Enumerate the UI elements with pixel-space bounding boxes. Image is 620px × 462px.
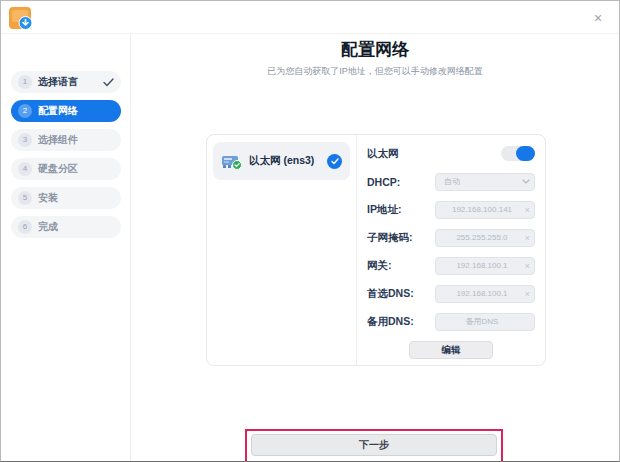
sidebar-item-configure-network[interactable]: 2 配置网络 <box>11 100 121 122</box>
step-number: 4 <box>18 162 32 176</box>
toggle-knob <box>516 146 535 161</box>
step-label: 选择语言 <box>38 75 78 89</box>
ip-address-label: IP地址: <box>367 203 401 217</box>
step-label: 安装 <box>38 191 58 205</box>
gateway-row: 网关: 192.168.100.1 × <box>367 256 535 275</box>
backup-dns-label: 备用DNS: <box>367 315 414 329</box>
titlebar: × <box>1 1 619 34</box>
edit-button[interactable]: 编辑 <box>409 341 493 359</box>
primary-dns-row: 首选DNS: 192.168.100.1 × <box>367 284 535 303</box>
ethernet-toggle[interactable] <box>501 146 535 161</box>
subnet-mask-label: 子网掩码: <box>367 231 413 245</box>
step-label: 完成 <box>38 220 58 234</box>
clear-icon[interactable]: × <box>525 289 530 299</box>
main-content: 配置网络 已为您自动获取了IP地址，但您可以手动修改网络配置 以太网 (ens3… <box>131 34 619 461</box>
network-config-panel: 以太网 (ens3) 以太网 DHCP: 自动 <box>206 134 546 366</box>
sidebar-item-select-language[interactable]: 1 选择语言 <box>11 71 121 93</box>
ethernet-toggle-row: 以太网 <box>367 144 535 163</box>
step-label: 配置网络 <box>38 104 78 118</box>
step-number: 2 <box>18 104 32 118</box>
backup-dns-input[interactable]: 备用DNS <box>435 313 535 331</box>
subnet-mask-input[interactable]: 255.255.255.0 <box>435 229 535 247</box>
step-label: 硬盘分区 <box>38 162 78 176</box>
close-icon[interactable]: × <box>589 9 607 27</box>
adapter-selected-check-icon <box>327 154 342 169</box>
dhcp-row: DHCP: 自动 <box>367 172 535 191</box>
adapter-item-ens3[interactable]: 以太网 (ens3) <box>213 142 350 180</box>
step-number: 1 <box>18 75 32 89</box>
step-number: 6 <box>18 220 32 234</box>
clear-icon[interactable]: × <box>525 261 530 271</box>
gateway-input[interactable]: 192.168.100.1 <box>435 257 535 275</box>
page-title: 配置网络 <box>131 38 619 61</box>
dhcp-label: DHCP: <box>367 176 400 188</box>
network-adapter-icon <box>221 153 243 170</box>
step-number: 3 <box>18 133 32 147</box>
sidebar-item-select-components[interactable]: 3 选择组件 <box>11 129 121 151</box>
steps-sidebar: 1 选择语言 2 配置网络 3 选择组件 4 硬盘分区 5 安装 6 完成 <box>1 34 131 461</box>
primary-dns-label: 首选DNS: <box>367 287 414 301</box>
ethernet-label: 以太网 <box>367 147 399 161</box>
adapter-list: 以太网 (ens3) <box>207 135 357 365</box>
ip-address-input[interactable]: 192.168.100.141 <box>435 201 535 219</box>
step-done-check-icon <box>103 78 114 87</box>
primary-dns-input[interactable]: 192.168.100.1 <box>435 285 535 303</box>
sidebar-item-disk-partition[interactable]: 4 硬盘分区 <box>11 158 121 180</box>
sidebar-item-install[interactable]: 5 安装 <box>11 187 121 209</box>
backup-dns-row: 备用DNS: 备用DNS <box>367 312 535 331</box>
page-subtitle: 已为您自动获取了IP地址，但您可以手动修改网络配置 <box>131 65 619 78</box>
installer-logo-icon <box>9 6 33 30</box>
network-form: 以太网 DHCP: 自动 IP地址: 192.168.100.141 × <box>357 135 545 365</box>
step-label: 选择组件 <box>38 133 78 147</box>
ip-address-row: IP地址: 192.168.100.141 × <box>367 200 535 219</box>
gateway-label: 网关: <box>367 259 392 273</box>
adapter-label: 以太网 (ens3) <box>249 154 314 168</box>
clear-icon[interactable]: × <box>525 233 530 243</box>
dhcp-select[interactable]: 自动 <box>435 173 535 191</box>
chevron-down-icon <box>522 179 530 184</box>
sidebar-item-finish[interactable]: 6 完成 <box>11 216 121 238</box>
clear-icon[interactable]: × <box>525 205 530 215</box>
installer-window: × 1 选择语言 2 配置网络 3 选择组件 4 硬盘分区 5 安装 6 完成 <box>0 0 620 462</box>
step-number: 5 <box>18 191 32 205</box>
subnet-mask-row: 子网掩码: 255.255.255.0 × <box>367 228 535 247</box>
next-button[interactable]: 下一步 <box>251 434 497 456</box>
